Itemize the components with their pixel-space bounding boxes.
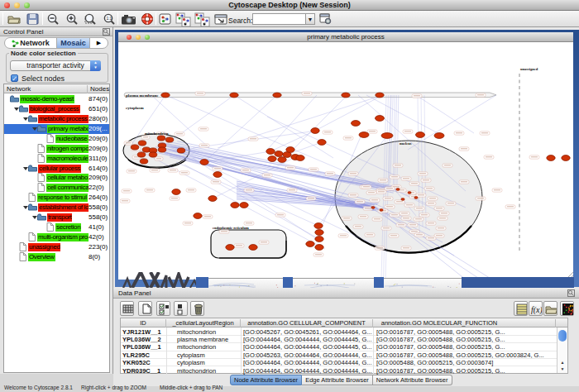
svg-text:cytoplasm: cytoplasm xyxy=(126,106,145,110)
svg-text:nucleus: nucleus xyxy=(400,141,412,146)
svg-text:1:1: 1:1 xyxy=(106,16,112,21)
svg-text:plasma membrane: plasma membrane xyxy=(126,93,159,98)
svg-text:unassigned: unassigned xyxy=(520,67,538,71)
svg-text:f(x): f(x) xyxy=(531,305,542,315)
svg-text:mitochondrion: mitochondrion xyxy=(145,131,169,136)
svg-text:endoplasmic reticulum: endoplasmic reticulum xyxy=(213,226,249,230)
